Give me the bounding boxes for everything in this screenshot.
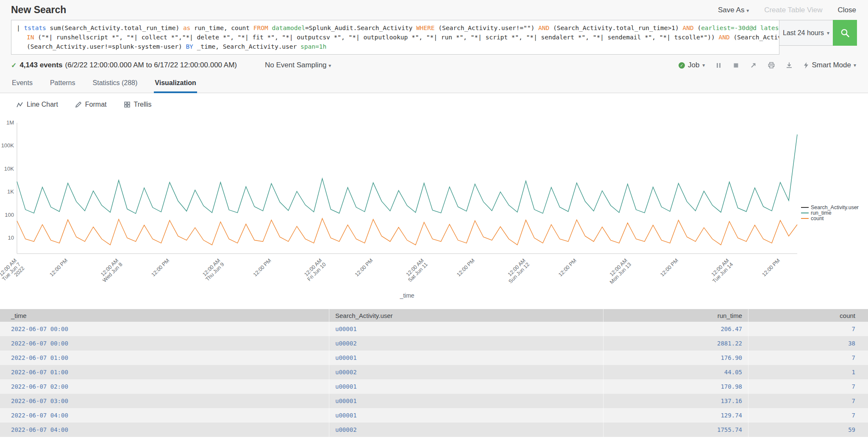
table-header-row: _time Search_Activity.user run_time coun… [0, 309, 868, 322]
visualization-toolbar: Line Chart Format Trellis [0, 93, 868, 113]
table-cell[interactable]: 2881.22 [604, 336, 748, 351]
svg-text:12:00 AMMon Jun 13: 12:00 AMMon Jun 13 [605, 257, 632, 285]
table-cell[interactable]: 2022-06-07 04:00 [0, 423, 329, 437]
event-time-range: (6/2/22 12:00:00.000 AM to 6/17/22 12:00… [65, 61, 237, 69]
table-cell[interactable]: 1 [748, 365, 868, 379]
svg-text:100: 100 [5, 212, 14, 218]
table-cell[interactable]: 59 [748, 423, 868, 437]
column-header-count[interactable]: count [748, 309, 868, 322]
job-status-bar: ✓ 4,143 events (6/2/22 12:00:00.000 AM t… [0, 55, 868, 75]
results-tabs: Events Patterns Statistics (288) Visuali… [0, 75, 868, 93]
line-chart-icon [16, 101, 23, 108]
top-bar: New Search Save As ▾ Create Table View C… [0, 0, 868, 18]
table-row: 2022-06-07 04:00u000021755.7459 [0, 423, 868, 437]
column-header-time[interactable]: _time [0, 309, 329, 322]
svg-text:12:00 AMWed Jun 8: 12:00 AMWed Jun 8 [97, 257, 123, 283]
table-cell[interactable]: 2022-06-07 02:00 [0, 379, 329, 394]
line-chart-canvas[interactable]: 101001K10K100K1M12:00 AMTue Jun 7202212:… [0, 113, 868, 307]
trellis-button[interactable]: Trellis [124, 101, 152, 108]
search-mode-dropdown[interactable]: Smart Mode ▾ [803, 61, 856, 69]
tab-events[interactable]: Events [11, 75, 33, 93]
table-cell[interactable]: 2022-06-07 00:00 [0, 322, 329, 336]
pause-icon[interactable] [715, 62, 722, 69]
table-cell[interactable]: 2022-06-07 01:00 [0, 351, 329, 365]
svg-text:12:00 AMTue Jun 14: 12:00 AMTue Jun 14 [707, 257, 734, 284]
table-cell[interactable]: u00002 [329, 336, 604, 351]
svg-text:10: 10 [8, 235, 14, 241]
tab-patterns[interactable]: Patterns [49, 75, 76, 93]
svg-text:12:00 PM: 12:00 PM [557, 257, 578, 278]
chart-area: 101001K10K100K1M12:00 AMTue Jun 7202212:… [0, 113, 868, 309]
tab-statistics[interactable]: Statistics (288) [92, 75, 139, 93]
grid-icon [124, 101, 131, 108]
table-cell[interactable]: 2022-06-07 00:00 [0, 336, 329, 351]
table-cell[interactable]: 170.98 [604, 379, 748, 394]
statistics-table: _time Search_Activity.user run_time coun… [0, 309, 868, 437]
table-cell[interactable]: 2022-06-07 01:00 [0, 365, 329, 379]
search-button[interactable] [833, 20, 857, 46]
chevron-down-icon: ▾ [827, 30, 829, 36]
table-cell[interactable]: u00001 [329, 351, 604, 365]
svg-text:12:00 AMSat Jun 11: 12:00 AMSat Jun 11 [403, 257, 429, 283]
table-cell[interactable]: u00002 [329, 365, 604, 379]
svg-text:100K: 100K [1, 142, 14, 149]
table-cell[interactable]: 7 [748, 408, 868, 423]
column-header-runtime[interactable]: run_time [604, 309, 748, 322]
time-range-picker[interactable]: Last 24 hours ▾ [779, 20, 833, 46]
format-button[interactable]: Format [75, 101, 107, 108]
search-icon [840, 28, 850, 38]
table-cell[interactable]: 38 [748, 336, 868, 351]
success-check-icon: ✓ [11, 61, 17, 69]
pencil-icon [75, 101, 82, 108]
table-cell[interactable]: 129.74 [604, 408, 748, 423]
job-menu[interactable]: ✓ Job ▾ [679, 61, 705, 69]
svg-text:1M: 1M [6, 119, 14, 126]
svg-text:run_time: run_time [811, 210, 832, 216]
table-cell[interactable]: 7 [748, 379, 868, 394]
search-bar: | tstats sum(Search_Activity.total_run_t… [11, 20, 857, 55]
job-status-icon: ✓ [679, 62, 685, 69]
close-button[interactable]: Close [838, 6, 856, 14]
table-cell[interactable]: u00001 [329, 322, 604, 336]
table-row: 2022-06-07 01:00u0000244.051 [0, 365, 868, 379]
svg-text:12:00 AMSun Jun 12: 12:00 AMSun Jun 12 [504, 257, 531, 285]
table-cell[interactable]: u00001 [329, 394, 604, 408]
print-icon[interactable] [768, 61, 775, 69]
share-icon[interactable] [750, 61, 757, 69]
chevron-down-icon: ▾ [328, 63, 331, 69]
save-as-button[interactable]: Save As ▾ [718, 6, 749, 14]
table-cell[interactable]: 137.16 [604, 394, 748, 408]
search-input[interactable]: | tstats sum(Search_Activity.total_run_t… [11, 20, 779, 55]
table-cell[interactable]: 176.90 [604, 351, 748, 365]
chart-type-button[interactable]: Line Chart [16, 101, 58, 108]
svg-text:12:00 PM: 12:00 PM [456, 257, 476, 278]
table-cell[interactable]: 206.47 [604, 322, 748, 336]
table-cell[interactable]: 44.05 [604, 365, 748, 379]
time-range-label: Last 24 hours [783, 29, 824, 37]
download-icon[interactable] [785, 61, 793, 69]
table-cell[interactable]: 7 [748, 394, 868, 408]
svg-text:12:00 PM: 12:00 PM [761, 257, 781, 278]
tab-visualization[interactable]: Visualization [154, 75, 197, 93]
chevron-down-icon: ▾ [854, 62, 856, 68]
table-cell[interactable]: 2022-06-07 04:00 [0, 408, 329, 423]
chevron-down-icon: ▾ [746, 8, 749, 14]
chevron-down-icon: ▾ [702, 62, 705, 68]
column-header-user[interactable]: Search_Activity.user [329, 309, 604, 322]
table-cell[interactable]: u00001 [329, 408, 604, 423]
table-cell[interactable]: 7 [748, 322, 868, 336]
svg-text:12:00 PM: 12:00 PM [659, 257, 679, 278]
trellis-label: Trellis [134, 101, 152, 108]
table-cell[interactable]: u00001 [329, 379, 604, 394]
table-cell[interactable]: 7 [748, 351, 868, 365]
search-header-section: New Search Save As ▾ Create Table View C… [0, 0, 868, 93]
format-label: Format [85, 101, 107, 108]
stop-icon[interactable] [732, 62, 740, 69]
table-cell[interactable]: 2022-06-07 03:00 [0, 394, 329, 408]
table-cell[interactable]: 1755.74 [604, 423, 748, 437]
table-cell[interactable]: u00002 [329, 423, 604, 437]
event-sampling-dropdown[interactable]: No Event Sampling ▾ [265, 61, 331, 69]
svg-text:_time: _time [399, 292, 414, 299]
svg-text:12:00 AMFri Jun 10: 12:00 AMFri Jun 10 [302, 257, 327, 282]
svg-text:Search_Activity.user: Search_Activity.user [811, 204, 859, 210]
